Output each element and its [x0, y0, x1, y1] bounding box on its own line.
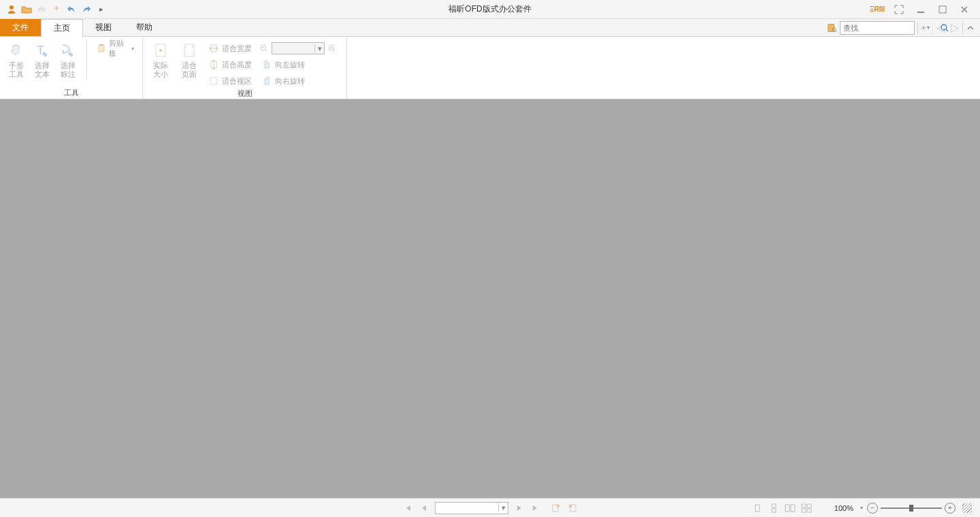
group-tools-label: 工具: [5, 88, 137, 99]
svg-rect-21: [265, 63, 269, 68]
zoom-slider-track[interactable]: [881, 507, 942, 509]
svg-rect-26: [772, 504, 776, 507]
zoom-slider-thumb[interactable]: [909, 505, 913, 512]
tab-view[interactable]: 视图: [83, 19, 124, 36]
svg-rect-11: [99, 45, 104, 52]
single-page-icon[interactable]: [751, 503, 764, 514]
prev-page-icon[interactable]: [419, 503, 429, 514]
next-page-icon[interactable]: [514, 503, 525, 514]
print-icon[interactable]: [35, 3, 48, 16]
zoom-in-button[interactable]: [327, 41, 338, 56]
tab-home[interactable]: 主页: [41, 19, 83, 37]
select-text-button[interactable]: T 选择 文本: [31, 39, 53, 79]
new-icon[interactable]: [50, 3, 63, 16]
fit-height-icon: [208, 59, 219, 70]
zoom-out-button[interactable]: [259, 41, 270, 56]
find-help-icon[interactable]: [825, 22, 837, 34]
zoom-combo[interactable]: ▾: [272, 42, 325, 54]
chevron-down-icon: ▾: [131, 46, 134, 52]
rotate-right-label: 向右旋转: [275, 76, 305, 86]
svg-rect-25: [755, 505, 760, 512]
bookmark-prev-icon[interactable]: [551, 503, 561, 514]
select-text-icon: T: [33, 41, 52, 60]
chevron-down-icon[interactable]: ▾: [860, 505, 863, 511]
last-page-icon[interactable]: [530, 503, 541, 514]
continuous-page-icon[interactable]: [768, 503, 780, 514]
zoom-in-button[interactable]: +: [945, 503, 956, 514]
redo-icon[interactable]: [80, 3, 93, 16]
select-annot-icon: [59, 41, 78, 60]
zoom-out-button[interactable]: −: [867, 503, 878, 514]
svg-rect-4: [917, 12, 924, 13]
svg-rect-3: [39, 11, 44, 14]
svg-rect-31: [807, 504, 811, 507]
continuous-facing-icon[interactable]: [800, 503, 813, 514]
actual-size-button[interactable]: 实际 大小: [148, 39, 173, 79]
svg-rect-30: [802, 504, 806, 507]
hand-tool-label: 手形 工具: [9, 61, 24, 79]
ribbon: 手形 工具 T 选择 文本 选择 标注 剪贴板: [0, 37, 980, 99]
collapse-ribbon-icon[interactable]: [962, 22, 975, 34]
document-canvas: [0, 99, 980, 498]
tab-help[interactable]: 帮助: [124, 19, 165, 36]
select-annot-button[interactable]: 选择 标注: [57, 39, 79, 79]
chevron-down-icon: ▾: [498, 503, 508, 512]
fit-visible-icon: [208, 76, 219, 86]
tab-file[interactable]: 文件: [0, 19, 41, 36]
rotate-left-label: 向左旋转: [275, 60, 305, 70]
first-page-icon[interactable]: [402, 503, 413, 514]
rotate-left-button[interactable]: 向左旋转: [259, 57, 338, 72]
actual-size-label: 实际 大小: [153, 61, 168, 79]
fit-page-button[interactable]: 适合 页面: [177, 39, 201, 79]
nav-prev-icon[interactable]: ◁: [932, 22, 945, 34]
tabrow-right: ▾ ◁ ▷: [825, 19, 980, 36]
group-view: 实际 大小 适合 页面 适合宽度 适合高度 适合视区: [143, 37, 347, 99]
fit-height-button[interactable]: 适合高度: [206, 57, 255, 72]
group-tools: 手形 工具 T 选择 文本 选择 标注 剪贴板: [0, 37, 143, 99]
titlebar: ▸ 福昕OFD版式办公套件 ΞRIII: [0, 0, 980, 19]
rotate-right-icon: [261, 76, 272, 86]
find-box[interactable]: [840, 21, 915, 35]
page-combo[interactable]: ▾: [435, 502, 508, 514]
clipboard-button[interactable]: 剪贴板 ▾: [94, 41, 137, 56]
svg-rect-12: [100, 44, 103, 46]
user-icon[interactable]: [5, 3, 18, 16]
svg-rect-32: [802, 509, 806, 512]
resize-grip[interactable]: [962, 503, 972, 513]
open-icon[interactable]: [20, 3, 33, 16]
svg-text:T: T: [37, 44, 44, 57]
settings-icon[interactable]: ▾: [917, 22, 930, 34]
nav-next-icon[interactable]: ▷: [947, 22, 960, 34]
statusbar: ▾ 100% ▾ − +: [0, 498, 980, 517]
fit-width-icon: [208, 43, 219, 54]
svg-point-14: [159, 49, 162, 52]
qat-more-icon[interactable]: ▸: [95, 3, 108, 16]
maximize-icon[interactable]: [934, 3, 951, 16]
zoom-out-icon: [259, 43, 270, 54]
undo-icon[interactable]: [65, 3, 78, 16]
bookmark-next-icon[interactable]: [567, 503, 578, 514]
rotate-right-button[interactable]: 向右旋转: [259, 73, 338, 88]
app-title: 福昕OFD版式办公套件: [448, 3, 531, 15]
svg-rect-33: [807, 509, 811, 512]
zoom-percent: 100%: [834, 504, 853, 512]
tab-row: 文件 主页 视图 帮助 ▾ ◁ ▷: [0, 19, 980, 37]
statusbar-right: 100% ▾ − +: [751, 503, 980, 514]
close-icon[interactable]: [956, 3, 973, 16]
svg-rect-18: [210, 78, 217, 84]
fit-visible-button[interactable]: 适合视区: [206, 73, 255, 88]
svg-rect-5: [939, 6, 946, 13]
facing-page-icon[interactable]: [784, 503, 796, 514]
fit-width-button[interactable]: 适合宽度: [206, 41, 255, 56]
minimize-icon[interactable]: [912, 3, 930, 16]
page-nav: ▾: [402, 502, 578, 514]
fit-height-label: 适合高度: [222, 60, 252, 70]
hand-tool-button[interactable]: 手形 工具: [5, 39, 27, 79]
svg-point-9: [923, 27, 924, 28]
svg-rect-29: [791, 505, 795, 512]
zoom-slider: − +: [867, 503, 956, 514]
svg-rect-27: [772, 509, 776, 512]
chevron-down-icon: ▾: [314, 44, 324, 53]
group-view-label: 视图: [148, 88, 341, 99]
fullscreen-icon[interactable]: [890, 3, 908, 16]
